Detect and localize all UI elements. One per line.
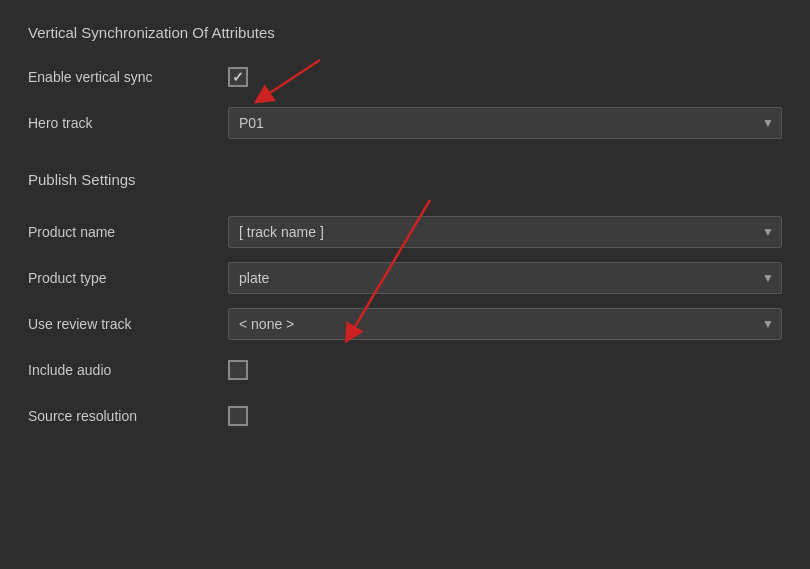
include-audio-label: Include audio [28, 362, 228, 378]
enable-vertical-sync-label: Enable vertical sync [28, 69, 228, 85]
product-name-dropdown-wrapper: [ track name ] ▼ [228, 216, 782, 248]
hero-track-dropdown-wrapper: P01 ▼ [228, 107, 782, 139]
use-review-track-label: Use review track [28, 316, 228, 332]
source-resolution-checkbox[interactable] [228, 406, 248, 426]
product-type-dropdown[interactable]: plate [228, 262, 782, 294]
use-review-track-dropdown[interactable]: < none > [228, 308, 782, 340]
product-name-label: Product name [28, 224, 228, 240]
publish-settings-section-title: Publish Settings [28, 171, 782, 188]
product-type-dropdown-wrapper: plate ▼ [228, 262, 782, 294]
product-type-label: Product type [28, 270, 228, 286]
source-resolution-label: Source resolution [28, 408, 228, 424]
use-review-track-dropdown-wrapper: < none > ▼ [228, 308, 782, 340]
vertical-sync-section-title: Vertical Synchronization Of Attributes [28, 24, 782, 41]
include-audio-checkbox[interactable] [228, 360, 248, 380]
hero-track-label: Hero track [28, 115, 228, 131]
product-name-dropdown[interactable]: [ track name ] [228, 216, 782, 248]
enable-vertical-sync-checkbox[interactable] [228, 67, 248, 87]
hero-track-dropdown[interactable]: P01 [228, 107, 782, 139]
